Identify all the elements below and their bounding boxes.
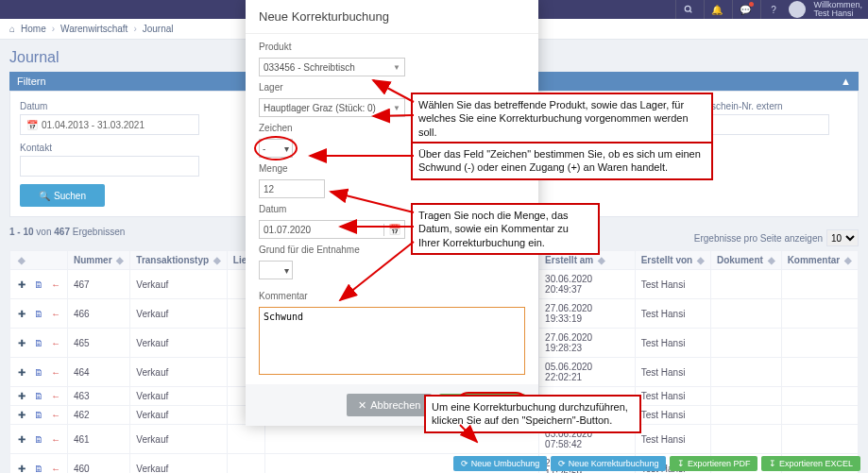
expand-icon[interactable]: ✚ bbox=[16, 309, 27, 319]
close-icon: ✕ bbox=[358, 399, 366, 412]
annotation-2: Über das Feld "Zeichen" bestimmen Sie, o… bbox=[411, 142, 713, 180]
cell-number: 460 bbox=[68, 454, 130, 474]
calendar-icon: 📅 bbox=[26, 120, 38, 130]
expand-icon[interactable]: ✚ bbox=[16, 367, 27, 378]
export-pdf-button[interactable]: ↧ Exportieren PDF bbox=[670, 456, 757, 471]
annotation-3: Tragen Sie noch die Menge, das Datum, so… bbox=[411, 203, 600, 255]
chat-icon[interactable]: 💬 bbox=[732, 0, 757, 19]
avatar[interactable] bbox=[789, 1, 806, 18]
modal-title: Neue Korrekturbuchung bbox=[246, 0, 538, 34]
expand-icon[interactable]: ✚ bbox=[16, 434, 27, 445]
chevron-down-icon: ▾ bbox=[284, 144, 289, 154]
arrow-left-icon: ← bbox=[50, 367, 61, 378]
document-icon[interactable]: 🗎 bbox=[33, 464, 44, 474]
cell-by: Test Hansi bbox=[635, 358, 710, 387]
expand-icon[interactable]: ✚ bbox=[16, 464, 27, 474]
expand-icon[interactable]: ✚ bbox=[16, 410, 27, 420]
cell-number: 466 bbox=[68, 299, 130, 329]
cell-type: Verkauf bbox=[130, 387, 227, 406]
cell-by: Test Hansi bbox=[635, 299, 710, 329]
cell-by: Test Hansi bbox=[635, 329, 710, 358]
cell-number: 463 bbox=[68, 387, 130, 406]
arrow-left-icon: ← bbox=[50, 338, 61, 348]
menge-input[interactable]: 12 bbox=[259, 179, 325, 198]
cell-by: Test Hansi bbox=[635, 406, 710, 425]
kommentar-textarea[interactable]: Schwund bbox=[259, 307, 525, 375]
expand-icon[interactable]: ✚ bbox=[16, 391, 27, 401]
cell-number: 461 bbox=[68, 425, 130, 454]
date-label: Datum bbox=[20, 101, 199, 111]
contact-input[interactable] bbox=[20, 156, 199, 177]
grund-select[interactable]: ▾ bbox=[259, 261, 293, 279]
lager-select[interactable]: Hauptlager Graz (Stück: 0)▼ bbox=[259, 98, 405, 117]
search-button[interactable]: 🔍 Suchen bbox=[20, 184, 105, 207]
document-icon[interactable]: 🗎 bbox=[33, 434, 44, 445]
chevron-down-icon: ▼ bbox=[393, 104, 400, 112]
help-icon[interactable]: ? bbox=[760, 0, 785, 19]
arrow-left-icon: ← bbox=[50, 434, 61, 445]
cell-type: Verkauf bbox=[130, 270, 227, 299]
document-icon[interactable]: 🗎 bbox=[33, 279, 44, 290]
breadcrumb-leaf: Journal bbox=[143, 24, 174, 34]
document-icon[interactable]: 🗎 bbox=[33, 391, 44, 401]
arrow-left-icon: ← bbox=[50, 391, 61, 401]
arrow-left-icon: ← bbox=[50, 464, 61, 474]
svg-line-1 bbox=[689, 10, 691, 12]
cell-type: Verkauf bbox=[130, 299, 227, 329]
product-select[interactable]: 033456 - Schreibtisch▼ bbox=[259, 58, 405, 76]
document-icon[interactable]: 🗎 bbox=[33, 309, 44, 319]
product-label: Produkt bbox=[259, 42, 525, 52]
cell-created: 30.06.2020 20:49:37 bbox=[539, 270, 636, 299]
arrow-left-icon: ← bbox=[50, 410, 61, 420]
search-icon: 🔍 bbox=[39, 191, 50, 201]
kommentar-label: Kommentar bbox=[259, 291, 525, 301]
breadcrumb-home[interactable]: Home bbox=[21, 24, 46, 34]
chevron-down-icon: ▾ bbox=[284, 265, 289, 276]
new-umbuchung-button[interactable]: ⟳ Neue Umbuchung bbox=[453, 456, 547, 471]
breadcrumb-mid[interactable]: Warenwirtschaft bbox=[60, 24, 128, 34]
cell-created: 27.06.2020 19:33:19 bbox=[539, 299, 636, 329]
cell-type: Verkauf bbox=[130, 425, 227, 454]
cell-by: Test Hansi bbox=[635, 270, 710, 299]
home-icon[interactable]: ⌂ bbox=[9, 24, 15, 34]
document-icon[interactable]: 🗎 bbox=[33, 338, 44, 348]
cell-by: Test Hansi bbox=[635, 425, 710, 454]
cell-created: 05.06.2020 22:02:21 bbox=[539, 358, 636, 387]
document-icon[interactable]: 🗎 bbox=[33, 410, 44, 420]
welcome-text: Willkommen, Test Hansi bbox=[813, 1, 862, 18]
cell-number: 462 bbox=[68, 406, 130, 425]
contact-label: Kontakt bbox=[20, 143, 199, 153]
cell-type: Verkauf bbox=[130, 406, 227, 425]
cell-type: Verkauf bbox=[130, 454, 227, 474]
new-korrektur-button[interactable]: ⟳ Neue Korrekturbuchung bbox=[551, 456, 666, 471]
collapse-icon[interactable]: ▲ bbox=[841, 76, 851, 87]
per-page-select[interactable]: 10 bbox=[826, 229, 859, 246]
document-icon[interactable]: 🗎 bbox=[33, 367, 44, 378]
bell-icon[interactable]: 🔔 bbox=[704, 0, 728, 19]
cell-by: Test Hansi bbox=[635, 387, 710, 406]
arrow-left-icon: ← bbox=[50, 279, 61, 290]
cell-type: Verkauf bbox=[130, 329, 227, 358]
lager-label: Lager bbox=[259, 82, 525, 93]
bottom-actions: ⟳ Neue Umbuchung ⟳ Neue Korrekturbuchung… bbox=[453, 456, 860, 471]
cell-number: 465 bbox=[68, 329, 130, 358]
cancel-button[interactable]: ✕Abbrechen bbox=[347, 394, 432, 416]
zeichen-select[interactable]: -▾ bbox=[259, 139, 293, 158]
expand-icon[interactable]: ✚ bbox=[16, 279, 27, 290]
svg-point-0 bbox=[685, 6, 690, 11]
search-icon[interactable] bbox=[675, 0, 700, 19]
cell-number: 467 bbox=[68, 270, 130, 299]
arrow-left-icon: ← bbox=[50, 309, 61, 319]
datum-input[interactable]: 01.07.2020📅 bbox=[259, 220, 405, 239]
cell-number: 464 bbox=[68, 358, 130, 387]
annotation-4: Um eine Korrekturbuchung durchzuführen, … bbox=[424, 395, 641, 433]
chevron-down-icon: ▼ bbox=[393, 63, 400, 72]
cell-created: 27.06.2020 19:28:23 bbox=[539, 329, 636, 358]
calendar-icon[interactable]: 📅 bbox=[383, 224, 404, 236]
cell-type: Verkauf bbox=[130, 358, 227, 387]
annotation-1: Wählen Sie das betreffende Produkt, sowi… bbox=[411, 93, 713, 144]
expand-icon[interactable]: ✚ bbox=[16, 338, 27, 348]
date-range-input[interactable]: 📅 01.04.2013 - 31.03.2021 bbox=[20, 114, 199, 135]
export-excel-button[interactable]: ↧ Exportieren EXCEL bbox=[761, 456, 860, 471]
